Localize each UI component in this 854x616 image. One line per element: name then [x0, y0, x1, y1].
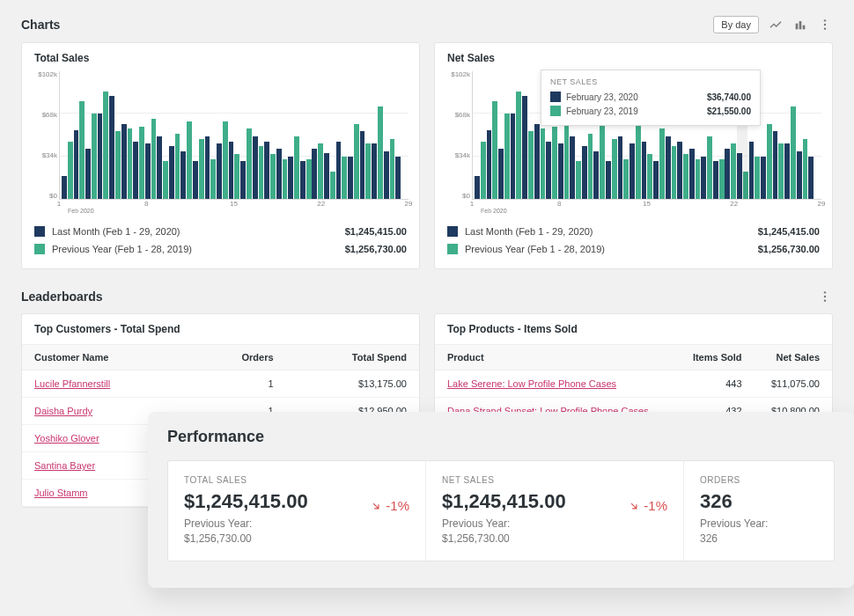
bar[interactable]	[761, 157, 766, 199]
bar[interactable]	[187, 121, 192, 199]
legend-row[interactable]: Last Month (Feb 1 - 29, 2020)$1,245,415.…	[34, 223, 407, 240]
bar[interactable]	[659, 128, 665, 199]
bar[interactable]	[784, 143, 790, 199]
bar[interactable]	[223, 121, 228, 199]
bar[interactable]	[528, 131, 534, 199]
bar[interactable]	[306, 159, 312, 199]
bar[interactable]	[330, 172, 335, 199]
bar[interactable]	[103, 92, 108, 199]
bar[interactable]	[492, 101, 497, 199]
bar[interactable]	[719, 159, 725, 199]
bar[interactable]	[270, 154, 276, 199]
bar[interactable]	[647, 154, 652, 199]
bar[interactable]	[516, 92, 521, 199]
bar[interactable]	[701, 157, 706, 199]
bar[interactable]	[74, 130, 79, 199]
bar[interactable]	[725, 149, 730, 199]
bar[interactable]	[642, 142, 647, 199]
bar[interactable]	[713, 161, 718, 199]
bar[interactable]	[372, 143, 377, 199]
bar[interactable]	[354, 124, 359, 199]
bar[interactable]	[808, 157, 814, 199]
bar[interactable]	[767, 124, 772, 199]
bar[interactable]	[283, 159, 288, 199]
bar[interactable]	[552, 127, 557, 199]
bar-chart-icon[interactable]	[792, 17, 808, 33]
bar[interactable]	[481, 142, 486, 199]
bar[interactable]	[588, 134, 593, 199]
bar[interactable]	[487, 130, 492, 199]
col-items-sold[interactable]: Items Sold	[675, 345, 754, 370]
col-orders[interactable]: Orders	[191, 345, 286, 370]
bar[interactable]	[612, 139, 617, 199]
bar[interactable]	[85, 149, 91, 199]
bar[interactable]	[504, 114, 510, 199]
bar[interactable]	[79, 101, 85, 199]
bar[interactable]	[797, 151, 802, 199]
customer-link[interactable]: Yoshiko Glover	[34, 433, 99, 444]
bar[interactable]	[546, 142, 551, 199]
bar[interactable]	[707, 136, 712, 199]
bar[interactable]	[689, 149, 695, 199]
customer-link[interactable]: Lucile Pfannerstill	[34, 378, 110, 389]
bar[interactable]	[773, 131, 778, 199]
bar[interactable]	[395, 157, 401, 199]
bar[interactable]	[755, 157, 760, 199]
bar[interactable]	[264, 142, 269, 199]
bar[interactable]	[180, 151, 186, 199]
col-customer-name[interactable]: Customer Name	[22, 345, 191, 370]
bar[interactable]	[576, 161, 581, 199]
bar[interactable]	[778, 143, 784, 199]
perf-card[interactable]: TOTAL SALES$1,245,415.00Previous Year:$1…	[168, 461, 426, 561]
bar[interactable]	[312, 149, 317, 199]
bar[interactable]	[683, 154, 688, 199]
col-product[interactable]: Product	[435, 345, 675, 370]
bar[interactable]	[115, 131, 121, 199]
bar[interactable]	[666, 136, 671, 199]
bar[interactable]	[606, 161, 611, 199]
line-chart-icon[interactable]	[768, 17, 784, 33]
by-day-button[interactable]: By day	[713, 16, 759, 33]
bar[interactable]	[276, 149, 282, 199]
bar[interactable]	[348, 157, 353, 199]
bar[interactable]	[128, 128, 133, 199]
bar[interactable]	[498, 149, 504, 199]
legend-row[interactable]: Previous Year (Feb 1 - 28, 2019)$1,256,7…	[34, 240, 407, 258]
bar[interactable]	[636, 121, 641, 199]
bar[interactable]	[324, 153, 329, 199]
bar[interactable]	[696, 159, 701, 199]
bar[interactable]	[378, 106, 383, 199]
bar[interactable]	[157, 136, 162, 199]
bar[interactable]	[677, 142, 682, 199]
bar[interactable]	[145, 143, 151, 199]
bar[interactable]	[534, 124, 540, 199]
bar[interactable]	[390, 139, 395, 199]
bar[interactable]	[234, 154, 239, 199]
perf-card[interactable]: ORDERS326Previous Year:326	[684, 461, 834, 561]
bar[interactable]	[618, 136, 623, 199]
bar[interactable]	[151, 119, 157, 199]
bar[interactable]	[600, 121, 605, 199]
bar[interactable]	[384, 151, 389, 199]
bar[interactable]	[240, 161, 246, 199]
bar[interactable]	[205, 136, 210, 199]
bar[interactable]	[511, 114, 516, 199]
bar[interactable]	[342, 157, 347, 199]
customer-link[interactable]: Santina Bayer	[34, 460, 95, 471]
bar[interactable]	[288, 157, 293, 199]
bar[interactable]	[62, 176, 67, 199]
bar[interactable]	[163, 161, 168, 199]
bar[interactable]	[139, 127, 144, 199]
bar[interactable]	[92, 114, 97, 199]
bar[interactable]	[803, 139, 808, 199]
bar[interactable]	[582, 146, 587, 199]
bar[interactable]	[121, 124, 127, 199]
legend-row[interactable]: Previous Year (Feb 1 - 28, 2019)$1,256,7…	[447, 240, 820, 258]
bar[interactable]	[749, 142, 755, 199]
bar[interactable]	[475, 176, 480, 199]
bar[interactable]	[564, 119, 570, 199]
bar[interactable]	[731, 143, 736, 199]
bar[interactable]	[522, 96, 527, 199]
perf-card[interactable]: NET SALES$1,245,415.00Previous Year:$1,2…	[426, 461, 684, 561]
bar[interactable]	[365, 143, 371, 199]
